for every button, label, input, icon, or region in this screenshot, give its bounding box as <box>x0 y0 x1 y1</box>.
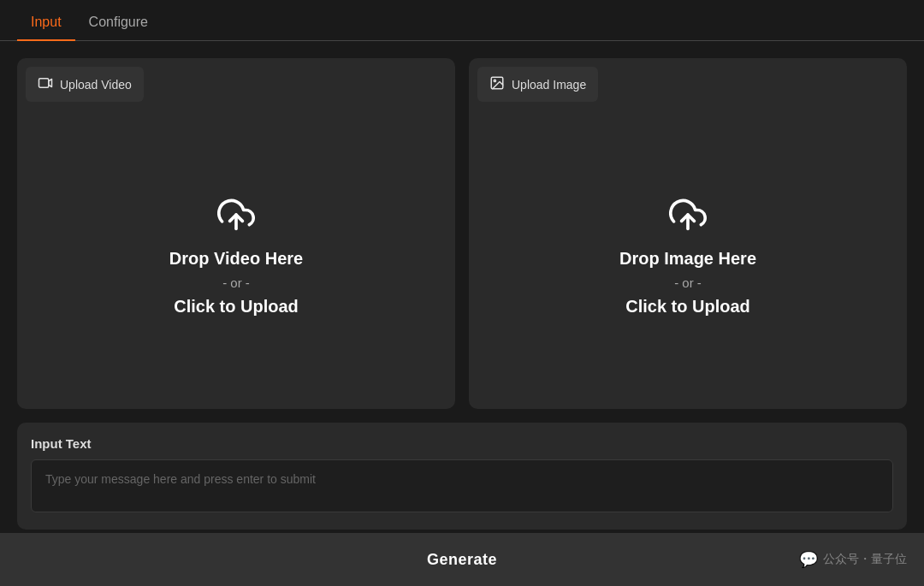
click-video-text: Click to Upload <box>174 297 299 317</box>
upload-image-header: Upload Image <box>477 67 598 102</box>
tab-configure[interactable]: Configure <box>75 4 162 40</box>
tab-input[interactable]: Input <box>17 4 75 40</box>
upload-video-panel[interactable]: Upload Video Drop Video Here - or - Clic… <box>17 58 455 409</box>
drop-video-text: Drop Video Here <box>169 249 303 269</box>
upload-video-body: Drop Video Here - or - Click to Upload <box>17 102 455 409</box>
app-container: Input Configure Upload Video <box>0 0 924 586</box>
main-content: Upload Video Drop Video Here - or - Clic… <box>0 41 924 530</box>
upload-image-panel[interactable]: Upload Image Drop Image Here - or - Clic… <box>469 58 907 409</box>
or-video-text: - or - <box>222 275 250 290</box>
upload-video-icon <box>216 194 257 235</box>
click-image-text: Click to Upload <box>625 297 750 317</box>
drop-image-text: Drop Image Here <box>619 249 756 269</box>
generate-bar: Generate 💬 公众号・量子位 <box>0 533 924 586</box>
generate-button[interactable]: Generate <box>427 551 497 569</box>
upload-image-icon <box>667 194 708 235</box>
upload-row: Upload Video Drop Video Here - or - Clic… <box>17 58 907 409</box>
input-text-label: Input Text <box>31 436 893 451</box>
upload-image-body: Drop Image Here - or - Click to Upload <box>469 102 907 409</box>
wechat-icon: 💬 <box>799 550 818 569</box>
tabs-bar: Input Configure <box>0 0 924 41</box>
svg-rect-0 <box>39 79 49 88</box>
input-text-section: Input Text <box>17 423 907 530</box>
upload-video-header: Upload Video <box>26 67 144 102</box>
watermark: 💬 公众号・量子位 <box>799 550 907 569</box>
or-image-text: - or - <box>674 275 702 290</box>
text-input[interactable] <box>31 459 893 512</box>
svg-point-3 <box>494 80 495 81</box>
video-icon <box>38 75 53 93</box>
image-icon <box>489 75 505 93</box>
